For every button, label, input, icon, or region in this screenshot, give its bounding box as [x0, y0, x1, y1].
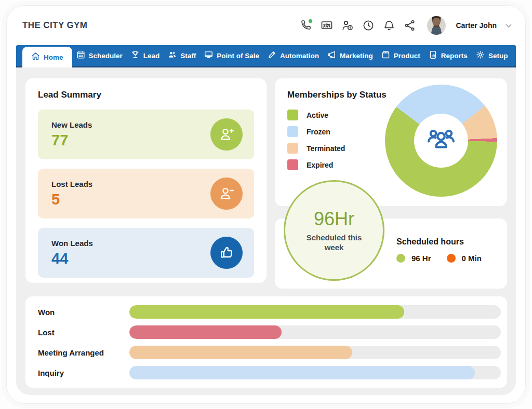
share-icon[interactable] — [403, 19, 416, 32]
calendar-icon — [76, 50, 85, 61]
report-document-icon — [429, 50, 437, 61]
gauge-value: 96Hr — [314, 208, 354, 230]
minutes-legend-item: 0 Min — [447, 254, 482, 263]
trophy-icon — [131, 50, 140, 61]
won-leads-value: 44 — [51, 250, 93, 267]
hours-legend-item: 96 Hr — [396, 254, 431, 263]
user-name[interactable]: Carter John — [456, 21, 497, 30]
nav-tab-marketing[interactable]: Marketing — [323, 45, 377, 66]
dashboard-content: Lead Summary New Leads 77 Lost Leads 5 — [16, 67, 516, 395]
header-actions: Carter John — [299, 16, 512, 35]
lost-bar — [129, 325, 282, 339]
memberships-donut-chart — [385, 85, 497, 197]
funnel-row-lost: Lost — [38, 325, 501, 339]
won-leads-label: Won Leads — [51, 239, 93, 248]
nav-tab-staff[interactable]: Staff — [164, 45, 200, 66]
lead-summary-title: Lead Summary — [38, 90, 254, 100]
thumbs-up-icon[interactable] — [210, 237, 243, 269]
hours-dot — [396, 254, 405, 263]
new-leads-value: 77 — [51, 132, 92, 149]
frozen-swatch — [287, 126, 298, 137]
online-status-dot — [309, 19, 312, 23]
nav-tab-setup[interactable]: Setup — [472, 45, 512, 66]
meeting-room-icon[interactable] — [320, 19, 333, 32]
won-bar-track — [129, 305, 501, 319]
monitor-icon — [204, 50, 213, 61]
scheduled-gauge: 96Hr Scheduled this week — [284, 180, 384, 281]
clock-icon[interactable] — [362, 19, 375, 32]
scheduled-hours-title: Scheduled hours — [396, 237, 482, 247]
gear-icon — [476, 50, 485, 61]
won-leads-tile[interactable]: Won Leads 44 — [38, 228, 254, 278]
app-window: THE CITY GYM Carter John — [6, 5, 526, 404]
home-icon — [31, 52, 40, 62]
expired-swatch — [287, 159, 298, 170]
lead-funnel-card: Won Lost Meeting Arranged Inquiry — [25, 296, 507, 388]
pencil-icon — [268, 50, 276, 61]
lost-leads-tile[interactable]: Lost Leads 5 — [38, 169, 254, 219]
lost-leads-value: 5 — [51, 191, 92, 208]
lead-summary-card: Lead Summary New Leads 77 Lost Leads 5 — [25, 78, 267, 283]
people-icon — [168, 50, 177, 61]
chevron-down-icon[interactable] — [506, 21, 512, 30]
new-leads-tile[interactable]: New Leads 77 — [38, 110, 254, 159]
donut-center — [414, 114, 468, 168]
funnel-row-inquiry: Inquiry — [38, 366, 501, 379]
package-icon — [381, 50, 390, 61]
user-avatar[interactable] — [427, 16, 446, 35]
nav-tab-lead[interactable]: Lead — [127, 45, 164, 66]
people-group-icon — [425, 124, 457, 158]
funnel-row-won: Won — [38, 305, 501, 319]
won-bar — [129, 305, 404, 319]
inquiry-bar — [129, 366, 475, 379]
scheduled-hours-legend: 96 Hr 0 Min — [396, 254, 482, 263]
nav-tab-scheduler[interactable]: Scheduler — [72, 45, 127, 66]
person-plus-icon[interactable] — [210, 118, 243, 151]
nav-tab-reports[interactable]: Reports — [424, 45, 472, 66]
brand-logo: THE CITY GYM — [22, 20, 87, 31]
inquiry-bar-track — [129, 366, 501, 379]
nav-tab-home[interactable]: Home — [22, 47, 72, 67]
bell-icon[interactable] — [382, 19, 395, 32]
person-minus-icon[interactable] — [210, 178, 243, 210]
megaphone-icon — [327, 50, 336, 61]
top-header: THE CITY GYM Carter John — [7, 6, 525, 45]
gauge-caption: Scheduled this week — [300, 233, 368, 253]
lost-bar-track — [129, 325, 501, 339]
funnel-row-meeting-arranged: Meeting Arranged — [38, 346, 501, 359]
nav-tab-automation[interactable]: Automation — [263, 45, 323, 66]
terminated-swatch — [287, 143, 298, 154]
meeting-arranged-bar — [129, 346, 352, 359]
active-swatch — [287, 110, 298, 120]
meeting-arranged-bar-track — [129, 346, 501, 359]
nav-tab-product[interactable]: Product — [377, 45, 424, 66]
main-nav: Home Scheduler Lead Staff Point of Sale … — [16, 45, 516, 67]
new-leads-label: New Leads — [51, 120, 92, 129]
minutes-dot — [447, 254, 456, 263]
person-clock-icon[interactable] — [341, 19, 354, 32]
phone-icon[interactable] — [299, 19, 312, 32]
lost-leads-label: Lost Leads — [51, 180, 92, 188]
nav-tab-point-of-sale[interactable]: Point of Sale — [200, 45, 263, 66]
